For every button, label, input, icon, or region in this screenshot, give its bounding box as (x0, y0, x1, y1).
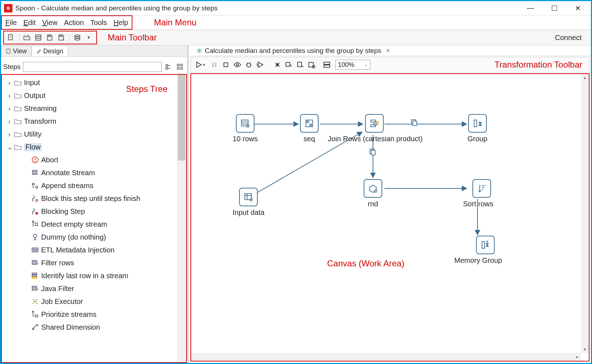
debug-button[interactable] (243, 59, 254, 70)
menu-tools[interactable]: Tools (90, 19, 107, 27)
zoom-selector[interactable]: 100% ⌄ (335, 60, 370, 70)
svg-rect-77 (371, 120, 375, 122)
tree-item-blocking-step[interactable]: Blocking Step (5, 205, 186, 218)
svg-line-50 (247, 63, 248, 64)
new-file-button[interactable] (5, 32, 16, 43)
verify-button[interactable] (272, 59, 283, 70)
tree-folder-streaming[interactable]: ›Streaming (5, 102, 186, 115)
replay-button[interactable] (254, 59, 266, 70)
tree-item-detect-empty-stream[interactable]: Detect empty stream (5, 218, 186, 231)
zoom-value: 100% (338, 61, 354, 69)
tree-item-filter-rows[interactable]: Filter rows (5, 256, 186, 269)
tree-folder-transform[interactable]: ›Transform (5, 115, 186, 128)
svg-point-8 (75, 38, 80, 40)
canvas-tab[interactable]: Calculate median and percentiles using t… (189, 45, 591, 56)
tree-folder-utility[interactable]: ›Utility (5, 128, 186, 141)
annotation-transformation-toolbar: Transformation Toolbar (495, 60, 582, 70)
show-results-button[interactable] (321, 59, 333, 70)
svg-rect-53 (286, 63, 290, 67)
menu-view[interactable]: View (42, 19, 58, 27)
perspective-button[interactable] (72, 32, 83, 43)
save-button[interactable] (44, 32, 55, 43)
node-memory-group[interactable]: Σ Memory Group (467, 236, 503, 265)
node-input-data[interactable]: Input data (233, 188, 265, 217)
svg-rect-76 (310, 124, 312, 126)
tree-item-dummy[interactable]: Dummy (do nothing) (5, 231, 186, 244)
svg-rect-44 (215, 63, 217, 67)
close-tab-icon[interactable]: ✕ (385, 47, 390, 54)
steps-search-input[interactable] (23, 62, 162, 72)
tree-item-append-streams[interactable]: Append streams (5, 179, 186, 192)
open-file-button[interactable] (21, 32, 32, 43)
svg-rect-33 (32, 261, 37, 262)
tree-item-shared-dimension[interactable]: Shared Dimension (5, 321, 186, 334)
svg-rect-15 (181, 64, 183, 66)
tree-item-prioritize-streams[interactable]: Prioritize streams (5, 308, 186, 321)
menu-action[interactable]: Action (64, 19, 84, 27)
stop-button[interactable] (220, 59, 232, 70)
svg-rect-43 (212, 63, 214, 67)
tab-design[interactable]: Design (31, 45, 68, 56)
expand-tree-button[interactable] (164, 62, 173, 72)
explore-db-button[interactable] (306, 59, 317, 70)
node-seq[interactable]: seq (300, 114, 319, 143)
svg-rect-16 (178, 68, 179, 69)
annotation-main-toolbar: Main Toolbar (108, 33, 157, 43)
svg-point-46 (236, 64, 238, 66)
menu-help[interactable]: Help (113, 19, 128, 27)
svg-text:Σ: Σ (479, 121, 482, 127)
tree-item-etl-metadata-injection[interactable]: ETL Metadata Injection (5, 244, 186, 256)
pause-button[interactable] (209, 59, 220, 70)
chevron-down-icon: ⌄ (364, 62, 368, 67)
tree-item-abort[interactable]: Abort (5, 153, 186, 166)
svg-rect-58 (324, 65, 330, 67)
tree-item-job-executor[interactable]: Job Executor (5, 295, 186, 308)
menu-file[interactable]: File (5, 19, 17, 27)
svg-rect-4 (48, 35, 50, 37)
tab-design-label: Design (43, 48, 63, 55)
menu-edit[interactable]: Edit (23, 19, 35, 27)
app-icon: ✻ (4, 4, 13, 13)
svg-text:Σ: Σ (486, 243, 489, 247)
tree-scrollbar[interactable] (178, 75, 185, 362)
connect-link[interactable]: Connect (555, 34, 582, 42)
node-10-rows[interactable]: 10 rows (233, 114, 258, 143)
tab-view-label: View (13, 48, 27, 55)
tree-item-block-until-finish[interactable]: Block this step until steps finish (5, 192, 186, 205)
preview-button[interactable] (232, 59, 243, 70)
tree-folder-flow[interactable]: ⌄Flow (5, 141, 186, 153)
save-as-button[interactable] (56, 32, 67, 43)
canvas-vertical-scrollbar[interactable]: ▴▾ (581, 74, 589, 353)
svg-rect-69 (371, 150, 375, 155)
svg-point-26 (33, 221, 34, 222)
svg-rect-35 (32, 273, 37, 275)
node-group[interactable]: Σ Group (467, 114, 487, 143)
svg-rect-75 (307, 121, 309, 123)
node-sort-rows[interactable]: Sort rows (467, 179, 496, 208)
svg-rect-57 (324, 62, 330, 64)
perspective-dropdown[interactable]: ▼ (83, 32, 94, 43)
svg-rect-5 (60, 35, 62, 37)
canvas[interactable]: 10 rows seq Join Rows (cartesian product… (191, 74, 589, 361)
run-dropdown[interactable]: ▼ (202, 63, 206, 67)
sql-button[interactable] (295, 59, 306, 70)
explore-button[interactable] (33, 32, 44, 43)
svg-point-25 (36, 212, 38, 215)
maximize-button[interactable]: ☐ (551, 4, 558, 13)
node-join-rows[interactable]: Join Rows (cartesian product) (364, 114, 385, 143)
right-panel: Calculate median and percentiles using t… (189, 45, 591, 363)
close-button[interactable]: ✕ (575, 4, 581, 13)
minimize-button[interactable]: — (527, 4, 534, 13)
svg-rect-92 (482, 242, 485, 249)
canvas-horizontal-scrollbar[interactable]: ▸ (191, 353, 581, 361)
node-rnd[interactable]: rnd (364, 179, 382, 208)
svg-point-42 (33, 329, 34, 330)
tree-item-java-filter[interactable]: Java Filter (5, 282, 186, 295)
window-title: Spoon - Calculate median and percentiles… (15, 4, 218, 12)
tree-item-identify-last-row[interactable]: Identify last row in a stream (5, 269, 186, 282)
tab-view[interactable]: View (1, 45, 31, 56)
collapse-tree-button[interactable] (175, 62, 185, 72)
svg-rect-81 (474, 120, 477, 127)
impact-analysis-button[interactable] (283, 59, 295, 70)
tree-item-annotate-stream[interactable]: Annotate Stream (5, 166, 186, 179)
